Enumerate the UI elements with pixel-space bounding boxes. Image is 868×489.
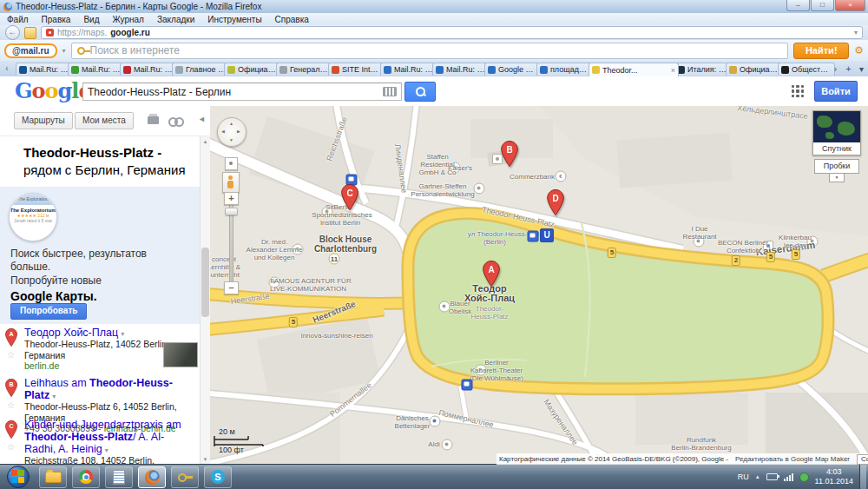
- tray-clock[interactable]: 4:03 11.01.2014: [815, 467, 853, 486]
- star-icon[interactable]: ☆: [7, 442, 15, 452]
- bookmark-page-icon[interactable]: [24, 27, 36, 39]
- zoom-out-button[interactable]: –: [224, 281, 239, 294]
- url-bar[interactable]: https://maps. google.ru ▾: [41, 26, 863, 39]
- gear-icon[interactable]: ⚙: [854, 45, 864, 56]
- collapse-panel-icon[interactable]: ◄: [198, 115, 206, 123]
- map-marker-b[interactable]: B: [501, 141, 518, 170]
- menu-item[interactable]: Журнал: [112, 15, 144, 24]
- dropdown-icon[interactable]: ▾: [52, 393, 56, 400]
- result-title-link[interactable]: Leihhaus am Theodor-Heuss-Platz▾: [24, 377, 200, 401]
- menu-item[interactable]: Закладки: [157, 15, 194, 24]
- taskbar-chrome-button[interactable]: [72, 466, 100, 488]
- browser-tab[interactable]: Mail.Ru: Ви...: [380, 63, 437, 76]
- menu-item[interactable]: Вид: [83, 15, 99, 24]
- scrollbar-thumb[interactable]: [201, 248, 209, 317]
- ubahn-icon[interactable]: U: [540, 228, 554, 242]
- browser-tab[interactable]: Mail.Ru: Ви...: [120, 63, 177, 76]
- new-tab-button[interactable]: +: [843, 64, 854, 74]
- browser-tab[interactable]: Обществен...: [778, 63, 835, 76]
- poi-icon[interactable]: €: [556, 171, 567, 182]
- status-icon[interactable]: [799, 472, 809, 482]
- pan-up-icon[interactable]: ▲: [229, 121, 233, 126]
- map-marker-d[interactable]: D: [547, 189, 564, 219]
- sponsor-dropdown-icon[interactable]: ▾: [62, 47, 66, 55]
- pegman-control[interactable]: [222, 172, 240, 193]
- browser-tab[interactable]: Генеральна...: [276, 63, 333, 76]
- result-title-link[interactable]: Kinder-und Jugendarztpraxis am Theodor-H…: [24, 419, 194, 455]
- tab-close-icon[interactable]: ×: [671, 66, 675, 75]
- battery-icon[interactable]: [766, 473, 778, 480]
- menu-item[interactable]: Инструменты: [207, 15, 261, 24]
- result-item-a[interactable]: A ☆ Теодор Хойс-Плац▾ Theodor-Heuss-Plat…: [0, 327, 200, 371]
- browser-tab[interactable]: Theodor...×: [589, 63, 679, 76]
- browser-tab[interactable]: Официаль...: [726, 63, 783, 76]
- browser-tab[interactable]: Главное — ...: [172, 63, 229, 76]
- map-canvas[interactable]: HeerstraßeHeerstraßeKaiserdammTheodor-He…: [210, 106, 868, 465]
- zoom-slider-handle[interactable]: [225, 208, 238, 215]
- back-button[interactable]: ←: [5, 25, 20, 40]
- pan-down-icon[interactable]: ▼: [229, 137, 233, 142]
- pan-right-icon[interactable]: ▶: [237, 129, 240, 134]
- browser-tab[interactable]: площадь Т...: [536, 63, 594, 76]
- menu-item[interactable]: Справка: [275, 15, 309, 24]
- tab-scroll-right-icon[interactable]: ›: [830, 64, 841, 74]
- taskbar-key-button[interactable]: [171, 466, 199, 488]
- satellite-toggle[interactable]: Спутник: [812, 110, 861, 155]
- try-new-maps-button[interactable]: Попробовать: [10, 303, 87, 320]
- browser-tab[interactable]: Италия: iPh...: [674, 63, 731, 76]
- my-places-button[interactable]: Мои места: [75, 112, 134, 129]
- find-button[interactable]: Найти!: [793, 43, 849, 59]
- result-title-link[interactable]: Теодор Хойс-Плац▾: [24, 327, 200, 339]
- url-dropdown-icon[interactable]: ▾: [854, 29, 858, 36]
- maps-search-input[interactable]: Theodor-Heuss-Platz - Берлин: [82, 83, 402, 101]
- window-titlebar[interactable]: Theodor-Heuss-Platz - Берлин - Карты Goo…: [0, 0, 868, 14]
- show-desktop-button[interactable]: [859, 465, 866, 489]
- poi-icon[interactable]: [442, 439, 453, 451]
- poi-icon[interactable]: [430, 416, 441, 427]
- menu-item[interactable]: Правка: [42, 15, 71, 24]
- maximize-button[interactable]: □: [811, 0, 834, 11]
- browser-tab[interactable]: Mail.Ru: Ви...: [16, 63, 73, 76]
- maps-search-button[interactable]: [404, 82, 436, 102]
- link-icon[interactable]: [168, 117, 178, 127]
- browser-tab[interactable]: SITE Intellig...: [328, 63, 385, 76]
- taskbar-document-button[interactable]: [105, 466, 133, 488]
- print-icon[interactable]: [148, 116, 159, 124]
- scroll-down-icon[interactable]: ▼: [201, 457, 210, 462]
- language-indicator[interactable]: RU: [738, 472, 749, 481]
- network-icon[interactable]: [784, 473, 793, 481]
- browser-tab[interactable]: Mail.Ru: Ви...: [432, 63, 490, 76]
- routes-button[interactable]: Маршруты: [14, 112, 73, 129]
- report-problem-link[interactable]: Сообщить о проблеме: [857, 454, 868, 465]
- sidebar-scrollbar[interactable]: ▲ ▼: [200, 136, 210, 465]
- reset-view-button[interactable]: [225, 157, 238, 170]
- star-icon[interactable]: ☆: [7, 400, 15, 410]
- scroll-up-icon[interactable]: ▲: [201, 139, 210, 144]
- map-maker-link[interactable]: Редактировать в Google Map Maker: [735, 455, 850, 463]
- taskbar-explorer-button[interactable]: [39, 466, 67, 488]
- start-button[interactable]: [7, 466, 30, 488]
- browser-tab[interactable]: Официаль...: [224, 63, 281, 76]
- dropdown-icon[interactable]: ▾: [121, 330, 124, 338]
- list-tabs-icon[interactable]: ▾: [856, 64, 867, 74]
- traffic-dropdown-icon[interactable]: ▼: [829, 173, 845, 182]
- browser-tab[interactable]: Google Ма...: [484, 63, 542, 76]
- sponsor-search-input[interactable]: Поиск в интернете: [71, 43, 789, 59]
- map-marker-c[interactable]: C: [341, 184, 358, 214]
- apps-grid-icon[interactable]: [792, 85, 804, 97]
- poi-icon[interactable]: [474, 183, 485, 195]
- taskbar-skype-button[interactable]: S: [204, 466, 232, 488]
- dropdown-icon[interactable]: ▾: [105, 446, 108, 454]
- zoom-slider-track[interactable]: [229, 204, 233, 283]
- traffic-toggle[interactable]: Пробки: [814, 159, 859, 174]
- bus-stop-icon[interactable]: [528, 231, 539, 242]
- mailru-logo[interactable]: @mail.ru: [4, 43, 57, 58]
- star-icon[interactable]: ☆: [7, 350, 15, 360]
- pan-left-icon[interactable]: ◀: [221, 129, 225, 134]
- menu-item[interactable]: Файл: [7, 15, 29, 24]
- taskbar-firefox-button[interactable]: [138, 466, 166, 488]
- tray-expand-icon[interactable]: ▲: [755, 474, 760, 479]
- signin-button[interactable]: Войти: [814, 81, 858, 102]
- minimize-button[interactable]: –: [786, 0, 810, 11]
- map-marker-a[interactable]: A: [483, 261, 500, 290]
